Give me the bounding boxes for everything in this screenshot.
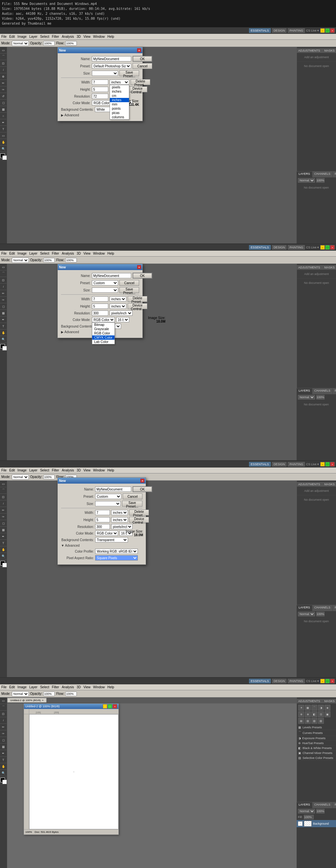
height-input-1[interactable] (92, 87, 108, 92)
tool-eyedrop-1[interactable]: 𝑖 (0, 67, 6, 73)
menu-window-2[interactable]: Window (93, 252, 105, 255)
menu-layer-2[interactable]: Layer (29, 252, 37, 255)
menu-edit-1[interactable]: Edit (9, 35, 15, 38)
resolution-input-2[interactable] (92, 310, 108, 316)
menu-filter-4[interactable]: Filter (52, 685, 59, 689)
opacity-input-2[interactable] (316, 395, 325, 400)
delete-preset-btn-3[interactable]: Delete Preset... (129, 509, 149, 516)
blend-mode-select-2[interactable]: Normal (298, 395, 315, 400)
menu-select-1[interactable]: Select (40, 35, 49, 38)
close-btn-1[interactable]: × (330, 28, 335, 33)
adj-photofilter-4[interactable]: ⊡ (318, 711, 324, 717)
layer-background-4[interactable]: 👁 Background (297, 820, 336, 828)
unit-inches-1[interactable]: inches (110, 89, 129, 94)
tool-zoom-4[interactable]: 🔍 (0, 770, 6, 776)
toolbar-flow-input-4[interactable] (65, 691, 77, 696)
tab-channels-3[interactable]: CHANNELS (312, 605, 333, 611)
blend-mode-select-1[interactable]: Normal (298, 178, 315, 183)
menu-file-1[interactable]: File (1, 35, 6, 38)
advanced-toggle-3[interactable]: ▼ Advanced (61, 544, 80, 547)
opacity-input-1[interactable] (316, 178, 325, 183)
toolbar-mode-select-3[interactable]: Normal (12, 474, 29, 480)
opacity-input-3[interactable] (316, 612, 325, 616)
tool-text-1[interactable]: T (0, 126, 6, 132)
doc-maximize-4[interactable]: □ (108, 704, 112, 709)
painting-btn-3[interactable]: PAINTING (288, 462, 305, 467)
background-color-2[interactable] (2, 346, 7, 350)
tool-pen-1[interactable]: ✒ (0, 119, 6, 126)
colorbit-select-2[interactable]: 16 bit (116, 317, 129, 322)
tool-eyedrop-2[interactable]: 𝑖 (0, 283, 6, 290)
adj-colorbal-4[interactable]: ⊕ (305, 711, 311, 717)
toolbar-opacity-input-1[interactable] (43, 41, 55, 46)
tab-layers-3[interactable]: LAYERS (297, 605, 312, 611)
background-color-3[interactable] (2, 563, 7, 567)
width-input-2[interactable] (92, 296, 108, 302)
device-central-btn-3[interactable]: Device Central... (129, 517, 149, 523)
menu-view-4[interactable]: View (83, 685, 91, 689)
tab-paths-2[interactable]: PATHS (333, 388, 336, 394)
adj-selectivecolor-preset-4[interactable]: ▨ Selective Color Presets (297, 756, 336, 761)
menu-view-1[interactable]: View (83, 35, 91, 38)
tool-gradient-3[interactable]: ▦ (0, 527, 6, 533)
minimize-btn-2[interactable]: – (320, 245, 325, 250)
tab-layers-4[interactable]: LAYERS (297, 802, 312, 808)
design-btn-2[interactable]: DESIGN (272, 245, 287, 250)
menu-analysis-4[interactable]: Analysis (62, 685, 74, 689)
menu-analysis-3[interactable]: Analysis (62, 468, 74, 472)
width-unit-select-2[interactable]: inches (110, 296, 126, 302)
cslive-3[interactable]: CS Live ▾ (306, 463, 319, 466)
background-color-4[interactable] (2, 780, 7, 784)
tool-pen-2[interactable]: ✒ (0, 316, 6, 323)
menu-window-1[interactable]: Window (93, 35, 105, 38)
adj-curves-preset-4[interactable]: ⌒ Curves Presets (297, 730, 336, 736)
doc-tab-close-4[interactable]: × (42, 699, 44, 702)
name-input-2[interactable] (92, 273, 131, 278)
menu-image-1[interactable]: Image (18, 35, 27, 38)
size-select-2[interactable] (92, 287, 118, 293)
adj-bw-preset-4[interactable]: ◧ Black & White Presets (297, 746, 336, 751)
tool-crop-4[interactable]: ⊡ (0, 711, 6, 717)
menu-3d-3[interactable]: 3D (76, 468, 81, 472)
adj-channelmix-4[interactable]: ▣ (325, 711, 330, 717)
tool-gradient-2[interactable]: ▦ (0, 310, 6, 316)
tool-eyedrop-3[interactable]: 𝑖 (0, 500, 6, 507)
width-unit-select-3[interactable]: inches (111, 510, 128, 515)
menu-help-3[interactable]: Help (107, 468, 114, 472)
menu-layer-1[interactable]: Layer (29, 35, 37, 38)
menu-window-4[interactable]: Window (93, 685, 105, 689)
menu-3d-4[interactable]: 3D (76, 685, 81, 689)
maximize-btn-4[interactable]: □ (325, 679, 330, 683)
toolbar-opacity-input-3[interactable] (43, 475, 55, 479)
tool-lasso-4[interactable]: ⌒ (0, 704, 6, 711)
painting-btn-4[interactable]: PAINTING (288, 679, 305, 683)
tool-gradient-4[interactable]: ▦ (0, 743, 6, 750)
tab-layers-2[interactable]: LAYERS (297, 388, 312, 394)
tab-channels-1[interactable]: CHANNELS (312, 172, 333, 178)
dialog-close-2[interactable]: × (137, 265, 141, 269)
essentials-btn-3[interactable]: ESSENTIALS (249, 462, 271, 467)
tool-brush-3[interactable]: ✏ (0, 507, 6, 514)
menu-3d-2[interactable]: 3D (76, 252, 81, 255)
layer-visibility-4[interactable]: 👁 (298, 822, 303, 826)
unit-pixels-1[interactable]: pixels (110, 85, 129, 89)
tool-hand-3[interactable]: ✋ (0, 546, 6, 553)
minimize-btn-1[interactable]: – (320, 28, 325, 33)
menu-help-4[interactable]: Help (107, 685, 114, 689)
adj-vibrance-4[interactable]: ◈ (325, 705, 330, 711)
pixelaspect-select-3[interactable]: Square Pixels (95, 555, 138, 560)
opacity-input-4[interactable] (316, 809, 325, 813)
menu-select-3[interactable]: Select (40, 468, 49, 472)
menu-analysis-2[interactable]: Analysis (62, 252, 74, 255)
tool-history-1[interactable]: ↺ (0, 93, 6, 99)
adj-selectivecolor-4[interactable]: ▨ (318, 718, 324, 724)
maximize-btn-3[interactable]: □ (325, 462, 330, 467)
tool-crop-3[interactable]: ⊡ (0, 494, 6, 500)
adj-exposure-preset-4[interactable]: ◑ Exposure Presets (297, 736, 336, 741)
adj-posterize-4[interactable]: ▤ (298, 718, 304, 724)
colormode-select-2[interactable]: RGB Color (92, 317, 115, 322)
maximize-btn-2[interactable]: □ (325, 245, 330, 250)
tool-heal-1[interactable]: ⊕ (0, 73, 6, 80)
name-input-1[interactable] (92, 56, 131, 61)
toolbar-flow-input-2[interactable] (65, 258, 77, 262)
